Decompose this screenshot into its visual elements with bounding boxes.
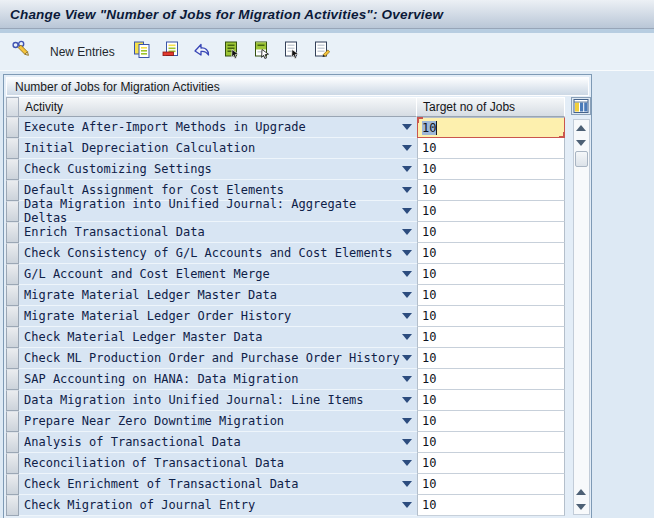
page-down-button[interactable] [574, 499, 589, 514]
dropdown-arrow-icon[interactable] [402, 418, 412, 424]
select-all-button[interactable] [219, 38, 245, 66]
dropdown-arrow-icon[interactable] [402, 439, 412, 445]
delete-button[interactable] [159, 38, 185, 66]
activity-dropdown-cell[interactable]: Analysis of Transactional Data [19, 432, 417, 453]
row-selector-button[interactable] [6, 222, 19, 243]
activity-dropdown-cell[interactable]: Check Enrichment of Transactional Data [19, 474, 417, 495]
select-block-button[interactable] [249, 38, 275, 66]
target-jobs-input[interactable]: 10 [417, 327, 565, 348]
row-selector-button[interactable] [6, 180, 19, 201]
row-selector-button[interactable] [6, 264, 19, 285]
dropdown-arrow-icon[interactable] [402, 481, 412, 487]
target-jobs-input[interactable]: 10 [417, 264, 565, 285]
copy-as-icon [133, 41, 151, 63]
row-selector-button[interactable] [6, 369, 19, 390]
target-jobs-input[interactable]: 10 [417, 348, 565, 369]
activity-label: Data Migration into Unified Journal: Agg… [24, 197, 402, 225]
target-jobs-input[interactable]: 10 [417, 117, 565, 138]
activity-dropdown-cell[interactable]: G/L Account and Cost Element Merge [19, 264, 417, 285]
activity-dropdown-cell[interactable]: Initial Depreciation Calculation [19, 138, 417, 159]
target-jobs-input[interactable]: 10 [417, 138, 565, 159]
scrollbar-thumb[interactable] [575, 151, 588, 167]
activity-label: Check Migration of Journal Entry [24, 498, 255, 512]
target-jobs-input[interactable]: 10 [417, 222, 565, 243]
page-up-button[interactable] [574, 484, 589, 499]
row-selector-button[interactable] [6, 474, 19, 495]
activity-dropdown-cell[interactable]: Prepare Near Zero Downtime Migration [19, 411, 417, 432]
new-entries-button[interactable]: New Entries [44, 40, 121, 64]
row-selector-button[interactable] [6, 306, 19, 327]
row-selector-button[interactable] [6, 285, 19, 306]
activity-dropdown-cell[interactable]: Reconciliation of Transactional Data [19, 453, 417, 474]
row-selector-button[interactable] [6, 411, 19, 432]
target-jobs-input[interactable]: 10 [417, 495, 565, 516]
dropdown-arrow-icon[interactable] [402, 124, 412, 130]
change-display-button[interactable] [8, 38, 34, 66]
activity-dropdown-cell[interactable]: Check ML Production Order and Purchase O… [19, 348, 417, 369]
activity-label: Check ML Production Order and Purchase O… [24, 351, 400, 365]
target-jobs-input[interactable]: 10 [417, 390, 565, 411]
dropdown-arrow-icon[interactable] [402, 187, 412, 193]
copy-as-button[interactable] [129, 38, 155, 66]
activity-dropdown-cell[interactable]: Check Migration of Journal Entry [19, 495, 417, 516]
dropdown-arrow-icon[interactable] [402, 292, 412, 298]
target-jobs-input[interactable]: 10 [417, 285, 565, 306]
row-selector-button[interactable] [6, 138, 19, 159]
dropdown-arrow-icon[interactable] [402, 166, 412, 172]
activity-dropdown-cell[interactable]: Check Customizing Settings [19, 159, 417, 180]
target-jobs-input[interactable]: 10 [417, 201, 565, 222]
dropdown-arrow-icon[interactable] [402, 460, 412, 466]
dropdown-arrow-icon[interactable] [402, 313, 412, 319]
row-selector-button[interactable] [6, 495, 19, 516]
dropdown-arrow-icon[interactable] [402, 334, 412, 340]
dropdown-arrow-icon[interactable] [402, 355, 412, 361]
scroll-up-button[interactable] [574, 120, 589, 135]
row-selector-button[interactable] [6, 201, 19, 222]
vertical-scrollbar[interactable] [573, 119, 590, 515]
target-jobs-input[interactable]: 10 [417, 243, 565, 264]
activity-dropdown-cell[interactable]: SAP Accounting on HANA: Data Migration [19, 369, 417, 390]
activity-dropdown-cell[interactable]: Check Material Ledger Master Data [19, 327, 417, 348]
row-selector-button[interactable] [6, 390, 19, 411]
deselect-all-button[interactable] [279, 38, 305, 66]
row-selector-button[interactable] [6, 348, 19, 369]
dropdown-arrow-icon[interactable] [402, 271, 412, 277]
dropdown-arrow-icon[interactable] [402, 250, 412, 256]
target-jobs-input[interactable]: 10 [417, 159, 565, 180]
row-selector-button[interactable] [6, 327, 19, 348]
target-jobs-input[interactable]: 10 [417, 453, 565, 474]
dropdown-arrow-icon[interactable] [402, 397, 412, 403]
dropdown-arrow-icon[interactable] [402, 145, 412, 151]
change-field-contents-button[interactable] [309, 38, 335, 66]
column-header-activity[interactable]: Activity [19, 97, 417, 117]
dropdown-arrow-icon[interactable] [402, 376, 412, 382]
row-selector-button[interactable] [6, 117, 19, 138]
row-selector-button[interactable] [6, 243, 19, 264]
activity-dropdown-cell[interactable]: Migrate Material Ledger Master Data [19, 285, 417, 306]
table-row: Check ML Production Order and Purchase O… [6, 348, 565, 369]
target-jobs-input[interactable]: 10 [417, 180, 565, 201]
target-jobs-input[interactable]: 10 [417, 474, 565, 495]
target-jobs-input[interactable]: 10 [417, 306, 565, 327]
activity-dropdown-cell[interactable]: Check Consistency of G/L Accounts and Co… [19, 243, 417, 264]
activity-dropdown-cell[interactable]: Enrich Transactional Data [19, 222, 417, 243]
dropdown-arrow-icon[interactable] [402, 229, 412, 235]
activity-dropdown-cell[interactable]: Migrate Material Ledger Order History [19, 306, 417, 327]
row-selector-button[interactable] [6, 432, 19, 453]
select-all-rows-button[interactable] [6, 97, 19, 117]
target-jobs-input[interactable]: 10 [417, 432, 565, 453]
undo-button[interactable] [189, 38, 215, 66]
dropdown-arrow-icon[interactable] [402, 502, 412, 508]
table-right-rail [571, 97, 591, 515]
scroll-down-button[interactable] [574, 135, 589, 150]
row-selector-button[interactable] [6, 453, 19, 474]
activity-dropdown-cell[interactable]: Execute After-Import Methods in Upgrade [19, 117, 417, 138]
activity-dropdown-cell[interactable]: Data Migration into Unified Journal: Lin… [19, 390, 417, 411]
activity-dropdown-cell[interactable]: Data Migration into Unified Journal: Agg… [19, 201, 417, 222]
target-jobs-input[interactable]: 10 [417, 411, 565, 432]
target-jobs-input[interactable]: 10 [417, 369, 565, 390]
column-header-target-no-of-jobs[interactable]: Target no of Jobs [417, 97, 565, 117]
table-settings-button[interactable] [571, 97, 591, 115]
dropdown-arrow-icon[interactable] [402, 208, 412, 214]
row-selector-button[interactable] [6, 159, 19, 180]
